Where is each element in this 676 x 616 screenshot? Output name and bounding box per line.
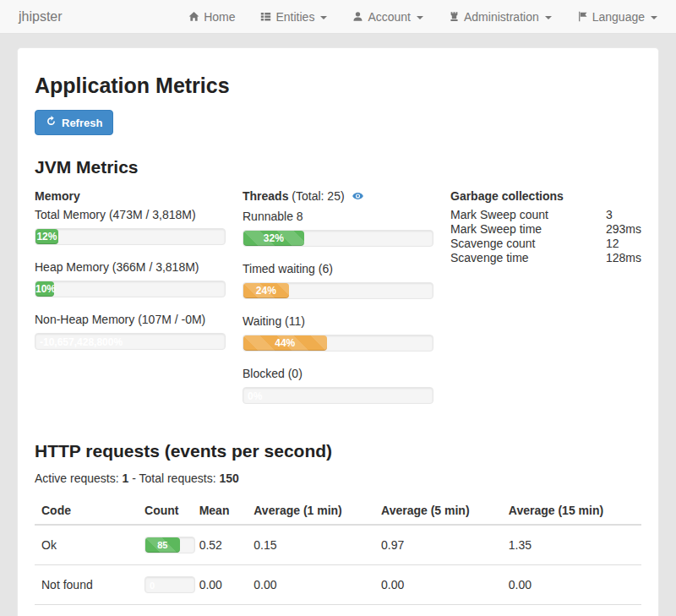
progress-fill: 44%	[243, 335, 327, 351]
table-row-not-found: Not found 0 0.00 0.00 0.00 0.00	[35, 565, 641, 605]
nav-item-label: Administration	[464, 10, 539, 24]
progress-label: 12%	[35, 229, 58, 244]
count-progress-fill: 85	[145, 537, 180, 553]
cell-count: 0	[138, 605, 193, 616]
threads-column: Threads (Total: 25) Runnable 8 32% Timed…	[243, 189, 433, 419]
col-header-code: Code	[35, 497, 138, 525]
progress-label: 32%	[243, 231, 304, 246]
http-requests-table: Code Count Mean Average (1 min) Average …	[35, 497, 641, 616]
home-icon	[188, 11, 199, 22]
cell-avg1: 0.00	[247, 605, 374, 616]
count-progress-track: 85	[144, 537, 195, 553]
metric-label: Waiting (11)	[243, 314, 433, 328]
metric-label: Heap Memory (366M / 3,818M)	[35, 260, 226, 274]
gc-value: 12	[606, 237, 641, 251]
metric-heap-memory: Heap Memory (366M / 3,818M) 10%	[35, 260, 226, 297]
chevron-down-icon	[417, 16, 423, 19]
cell-avg1: 0.15	[247, 525, 374, 565]
total-requests-label: - Total requests:	[132, 472, 215, 485]
progress-track: 44%	[243, 335, 433, 352]
metric-label: Total Memory (473M / 3,818M)	[35, 208, 226, 221]
progress-fill: 12%	[35, 229, 58, 244]
gc-row: Scavenge count 12	[450, 237, 641, 251]
active-requests-label: Active requests:	[35, 472, 119, 485]
metric-label: Non-Heap Memory (107M / -0M)	[35, 313, 226, 326]
nav-item-label: Account	[368, 10, 411, 24]
flag-icon	[577, 11, 588, 22]
gc-row: Mark Sweep count 3	[450, 208, 641, 222]
metric-total-memory: Total Memory (473M / 3,818M) 12%	[35, 208, 226, 245]
nav-item-entities[interactable]: Entities	[260, 10, 327, 24]
progress-track: 24%	[243, 282, 433, 299]
gc-label: Scavenge time	[450, 251, 606, 265]
list-icon	[260, 11, 271, 22]
nav-item-account[interactable]: Account	[352, 10, 423, 24]
col-header-avg15: Average (15 min)	[502, 497, 641, 525]
nav-item-label: Language	[592, 10, 645, 24]
progress-label: 44%	[243, 335, 327, 351]
nav-item-administration[interactable]: Administration	[449, 10, 552, 24]
progress-track: 0%	[243, 387, 433, 404]
metric-waiting: Waiting (11) 44%	[243, 314, 433, 352]
cell-avg15: 1.35	[502, 525, 641, 565]
http-summary: Active requests: 1 - Total requests: 150	[35, 472, 641, 485]
memory-title: Memory	[35, 189, 226, 203]
jvm-metrics-row: Memory Total Memory (473M / 3,818M) 12% …	[35, 189, 641, 419]
cell-avg5: 0.97	[374, 525, 502, 565]
cell-code: Ok	[35, 525, 138, 565]
metric-label: Blocked (0)	[243, 367, 433, 380]
cell-avg15: 0.00	[502, 565, 641, 605]
table-row-server-error: Server Error 0 0.00 0.00 0.00 0.00	[35, 605, 641, 616]
metric-nonheap-memory: Non-Heap Memory (107M / -0M) -10,657,428…	[35, 313, 226, 350]
col-header-avg5: Average (5 min)	[374, 497, 502, 525]
progress-fill: 32%	[243, 231, 304, 246]
cell-mean: 0.00	[193, 605, 248, 616]
gc-column: Garbage collections Mark Sweep count 3 M…	[450, 189, 641, 419]
metric-label: Timed waiting (6)	[243, 262, 433, 275]
gc-value: 293ms	[606, 222, 641, 237]
jvm-metrics-heading: JVM Metrics	[35, 157, 641, 177]
user-icon	[352, 11, 363, 22]
gc-label: Mark Sweep time	[450, 222, 606, 237]
progress-track: 32%	[243, 230, 433, 247]
count-progress-track: 0	[144, 576, 195, 593]
progress-label: 0%	[248, 389, 262, 404]
cell-avg5: 0.00	[374, 565, 502, 605]
col-header-avg1: Average (1 min)	[247, 497, 374, 525]
metric-runnable: Runnable 8 32%	[243, 210, 433, 247]
nav-item-home[interactable]: Home	[188, 10, 235, 24]
gc-row: Mark Sweep time 293ms	[450, 222, 641, 237]
brand-link[interactable]: jhipster	[19, 9, 63, 25]
cell-avg15: 0.00	[502, 605, 641, 616]
gc-row: Scavenge time 128ms	[450, 251, 641, 265]
refresh-button-label: Refresh	[62, 117, 102, 129]
http-requests-heading: HTTP requests (events per second)	[35, 441, 641, 461]
main-panel: Application Metrics Refresh JVM Metrics …	[17, 47, 659, 616]
cell-count: 85	[138, 525, 193, 565]
gc-label: Mark Sweep count	[450, 208, 606, 222]
cell-avg5: 0.00	[374, 605, 502, 616]
page-title: Application Metrics	[35, 74, 641, 98]
threads-title: Threads (Total: 25)	[243, 189, 433, 204]
refresh-button[interactable]: Refresh	[35, 110, 113, 135]
cell-code: Server Error	[35, 605, 138, 616]
chevron-down-icon	[320, 16, 327, 19]
nav-item-language[interactable]: Language	[577, 10, 657, 24]
progress-label: 24%	[243, 283, 289, 298]
eye-icon[interactable]	[352, 191, 364, 204]
cell-avg1: 0.00	[247, 565, 374, 605]
progress-label: -10,657,428,800%	[40, 335, 123, 350]
table-row-ok: Ok 85 0.52 0.15 0.97 1.35	[35, 525, 641, 565]
tower-icon	[449, 11, 460, 22]
col-header-count: Count	[138, 497, 193, 525]
metric-timed-waiting: Timed waiting (6) 24%	[243, 262, 433, 299]
gc-value: 128ms	[606, 251, 641, 265]
cell-mean: 0.52	[193, 525, 248, 565]
navbar: jhipster Home Entities Account	[0, 0, 676, 34]
memory-column: Memory Total Memory (473M / 3,818M) 12% …	[35, 189, 226, 419]
table-header-row: Code Count Mean Average (1 min) Average …	[35, 497, 641, 525]
count-progress-label: 85	[145, 537, 180, 553]
chevron-down-icon	[651, 16, 657, 19]
progress-fill: 24%	[243, 283, 289, 298]
progress-label: 10%	[35, 281, 54, 297]
